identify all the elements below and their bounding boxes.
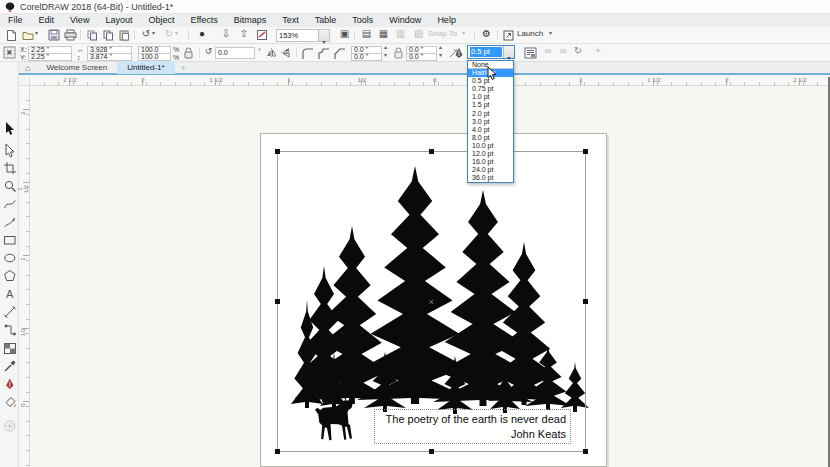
- artistic-media-tool[interactable]: [5, 218, 16, 228]
- save-button[interactable]: [48, 29, 60, 41]
- export-button[interactable]: ⇧: [238, 27, 250, 40]
- open-button[interactable]: [22, 30, 34, 41]
- import-button[interactable]: ⇩: [220, 27, 232, 40]
- y-position-field[interactable]: 2.25 ": [28, 53, 72, 61]
- outline-width-option-0.75-pt[interactable]: 0.75 pt: [468, 85, 513, 93]
- document-tab-welcome-screen[interactable]: Welcome Screen: [36, 61, 117, 74]
- menu-item-layout[interactable]: Layout: [97, 14, 140, 27]
- freehand-tool[interactable]: [5, 201, 16, 209]
- wrap-text-button[interactable]: [524, 47, 537, 59]
- view-grid-button[interactable]: ▦: [377, 27, 390, 40]
- toolbar-separator: [188, 30, 189, 40]
- outline-width-option-16.0-pt[interactable]: 16.0 pt: [468, 158, 513, 166]
- svg-text:A: A: [6, 288, 14, 300]
- outline-width-combo[interactable]: 0.5 pt ▾: [467, 45, 515, 59]
- ellipse-tool[interactable]: [5, 254, 15, 262]
- outline-width-option-36.0-pt[interactable]: 36.0 pt: [468, 174, 513, 182]
- mirror-horizontal-button[interactable]: [266, 47, 278, 59]
- eyedropper-tool[interactable]: [5, 361, 16, 372]
- menu-item-help[interactable]: Help: [429, 14, 464, 27]
- rotation-angle-field[interactable]: 0.0: [215, 47, 255, 59]
- polygon-tool[interactable]: [5, 271, 15, 281]
- new-tab-button[interactable]: +: [175, 63, 192, 73]
- object-height-field[interactable]: 3.874 ": [87, 53, 132, 61]
- pick-tool[interactable]: [6, 122, 14, 135]
- corner-radius-bl-field[interactable]: 0.0 ": [351, 53, 382, 61]
- link-frames-button[interactable]: ∞: [542, 44, 554, 57]
- outline-width-option-8.0-pt[interactable]: 8.0 pt: [468, 134, 513, 142]
- corner-lock-button[interactable]: [393, 47, 404, 59]
- crop-tool[interactable]: [4, 162, 16, 174]
- menu-item-view[interactable]: View: [62, 14, 97, 27]
- cut-button[interactable]: [86, 29, 98, 41]
- text-tool[interactable]: A: [6, 288, 14, 300]
- launch-dropdown[interactable]: Launch: [517, 27, 543, 40]
- scale-y-field[interactable]: 100.0: [138, 53, 171, 61]
- h-ruler-label: 2: [718, 77, 736, 83]
- paste-button[interactable]: [118, 29, 130, 41]
- zoom-level-combo[interactable]: 153% ▾: [276, 29, 330, 42]
- ruler-corner[interactable]: [19, 77, 30, 86]
- print-button[interactable]: [64, 29, 77, 41]
- outline-width-option-1.0-pt[interactable]: 1.0 pt: [468, 93, 513, 101]
- lock-ratio-button[interactable]: [183, 47, 194, 59]
- shape-tool[interactable]: [6, 144, 14, 157]
- fullscreen-preview-button[interactable]: ▣: [338, 27, 351, 40]
- outline-width-option-1.5-pt[interactable]: 1.5 pt: [468, 101, 513, 109]
- options-gear-button[interactable]: ⚙: [480, 27, 493, 40]
- transparency-tool[interactable]: [5, 344, 16, 354]
- round-corner-button[interactable]: [301, 47, 315, 61]
- rectangle-tool[interactable]: [5, 237, 16, 245]
- menu-item-edit[interactable]: Edit: [31, 14, 63, 27]
- undo-caret-icon[interactable]: ▾: [152, 27, 155, 40]
- publish-pdf-button[interactable]: [256, 29, 268, 41]
- menu-item-text[interactable]: Text: [274, 14, 307, 27]
- zoom-caret-button[interactable]: ▾: [318, 30, 329, 41]
- undo-button[interactable]: ↺: [140, 27, 152, 40]
- fill-tool[interactable]: [6, 398, 16, 408]
- corner-radius-br-field[interactable]: 0.0 ": [406, 53, 437, 61]
- chamfered-corner-button[interactable]: [333, 47, 347, 61]
- snap-preview-icon[interactable]: ▧: [412, 27, 425, 40]
- outline-width-option-3.0-pt[interactable]: 3.0 pt: [468, 118, 513, 126]
- menu-item-table[interactable]: Table: [307, 14, 345, 27]
- dimension-tool[interactable]: [4, 306, 16, 318]
- outline-width-caret-button[interactable]: ▾: [503, 46, 514, 58]
- connector-tool[interactable]: [5, 325, 16, 336]
- horizontal-ruler[interactable]: 2 1/221 1/211/201/211 1/222 1/2: [30, 77, 830, 86]
- open-caret-icon[interactable]: ▾: [35, 27, 38, 40]
- outline-width-option-10.0-pt[interactable]: 10.0 pt: [468, 142, 513, 150]
- outline-width-option-2.0-pt[interactable]: 2.0 pt: [468, 110, 513, 118]
- scalloped-corner-button[interactable]: [317, 47, 331, 61]
- outline-width-option-4.0-pt[interactable]: 4.0 pt: [468, 126, 513, 134]
- menu-item-tools[interactable]: Tools: [344, 14, 381, 27]
- redo-caret-icon[interactable]: ▾: [175, 27, 178, 40]
- outline-width-option-12.0-pt[interactable]: 12.0 pt: [468, 150, 513, 158]
- mirror-vertical-button[interactable]: [280, 47, 292, 59]
- unlink-frames-button[interactable]: ∞: [557, 44, 569, 57]
- corner-stepper-down-icon[interactable]: ▾: [384, 49, 387, 62]
- outline-pen-tool[interactable]: [6, 379, 13, 390]
- add-property-button[interactable]: +: [592, 44, 604, 57]
- menu-item-bitmaps[interactable]: Bitmaps: [226, 14, 275, 27]
- outline-width-option-24.0-pt[interactable]: 24.0 pt: [468, 166, 513, 174]
- menu-item-object[interactable]: Object: [140, 14, 182, 27]
- corner-stepper-down-icon[interactable]: ▾: [439, 49, 442, 62]
- vertical-ruler[interactable]: 21 1/211/20: [19, 86, 30, 467]
- snap-to-dropdown[interactable]: Snap To: [428, 27, 457, 40]
- document-tab-untitled-1-[interactable]: Untitled-1*: [117, 61, 174, 74]
- copy-button[interactable]: [102, 29, 114, 41]
- menu-item-window[interactable]: Window: [381, 14, 429, 27]
- zoom-tool[interactable]: [5, 181, 15, 191]
- menu-item-file[interactable]: File: [0, 14, 31, 27]
- home-icon[interactable]: ⌂: [19, 63, 36, 73]
- view-rulers-button[interactable]: ▤: [360, 27, 373, 40]
- redo-button[interactable]: ↻: [163, 27, 175, 40]
- new-document-button[interactable]: [6, 29, 17, 42]
- paragraph-text-frame[interactable]: The poetry of the earth is never dead Jo…: [374, 409, 571, 444]
- search-content-button[interactable]: ●: [196, 27, 208, 40]
- menu-item-effects[interactable]: Effects: [182, 14, 225, 27]
- add-tools-button[interactable]: [5, 421, 15, 431]
- rotate-object-button[interactable]: ↻: [572, 44, 584, 57]
- view-guidelines-button[interactable]: ▥: [394, 27, 407, 40]
